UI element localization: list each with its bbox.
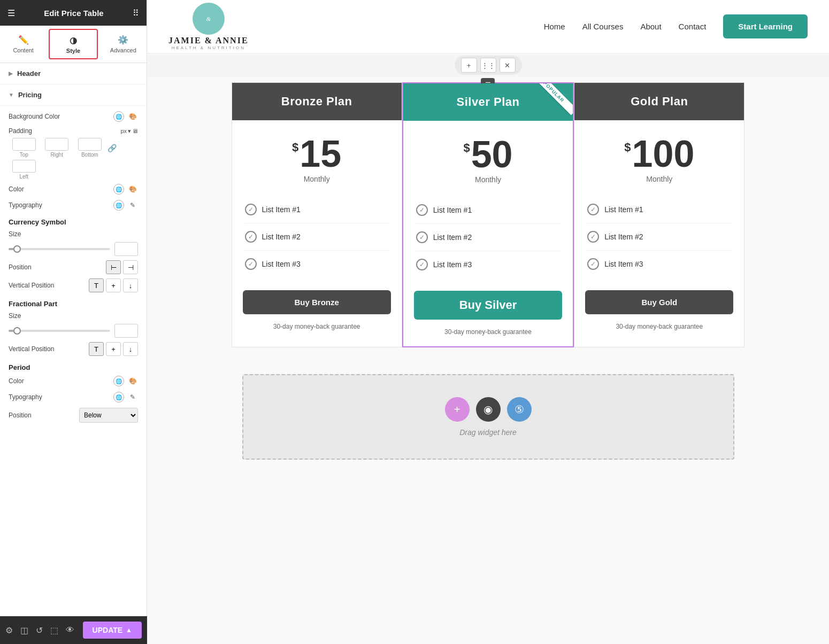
fractional-size-input[interactable] [114, 324, 138, 338]
typography-row: Typography 🌐 ✎ [9, 200, 138, 211]
padding-top-label: Top [20, 152, 28, 158]
padding-unit-toggle[interactable]: px ▾ 🖥 [120, 128, 138, 135]
vertical-top-btn[interactable]: T [89, 278, 104, 292]
left-panel: ☰ Edit Price Table ⠿ ✏️ Content ◑ Style … [0, 0, 147, 644]
drag-widget-icon[interactable]: ◉ [476, 397, 501, 422]
grid-icon[interactable]: ⠿ [133, 8, 139, 18]
currency-symbol-title: Currency Symbol [9, 218, 138, 226]
layers-icon[interactable]: ◫ [20, 625, 28, 635]
period-typography-pencil-icon[interactable]: ✎ [127, 392, 138, 402]
color-label: Color [9, 185, 24, 193]
header-arrow-icon: ▶ [9, 71, 13, 76]
panel-body: ▶ Header ▼ Pricing Background Color 🌐 🎨 … [0, 63, 147, 644]
bronze-buy-button[interactable]: Buy Bronze [243, 290, 391, 314]
period-typography-globe-icon[interactable]: 🌐 [113, 392, 124, 402]
padding-left-label: Left [19, 174, 28, 180]
background-color-label: Background Color [9, 113, 60, 120]
eye-icon[interactable]: 👁 [66, 625, 74, 635]
bronze-price: $ 15 [287, 120, 347, 175]
gold-guarantee: 30-day money-back guarantee [616, 323, 703, 341]
popular-badge: POPULAR [531, 83, 573, 115]
header-section-toggle[interactable]: ▶ Header [0, 63, 147, 84]
settings-icon[interactable]: ⚙ [5, 625, 13, 635]
typography-pencil-icon[interactable]: ✎ [127, 200, 138, 211]
drag-elementor-icon[interactable]: ⑤ [507, 397, 532, 422]
gold-buy-button[interactable]: Buy Gold [585, 290, 733, 314]
padding-bottom-wrap: Bottom [74, 138, 105, 158]
bronze-item-3: ✓ List Item #3 [245, 251, 389, 277]
period-color-row: Color 🌐 🎨 [9, 376, 138, 386]
currency-size-input[interactable] [114, 242, 138, 256]
bronze-check-2: ✓ [245, 231, 257, 243]
vertical-middle-btn[interactable]: + [106, 278, 121, 292]
padding-left-input[interactable] [12, 160, 36, 173]
nav-about[interactable]: About [640, 22, 661, 31]
bronze-card-header: Bronze Plan [232, 83, 402, 120]
main-content: & JAMIE & ANNIE HEALTH & NUTRITION Home … [147, 0, 829, 644]
logo-subtext: HEALTH & NUTRITION [172, 45, 245, 50]
tab-advanced[interactable]: ⚙️ Advanced [100, 26, 147, 63]
period-color-globe-icon[interactable]: 🌐 [113, 376, 124, 386]
nav-contact[interactable]: Contact [679, 22, 707, 31]
toolbar-close-btn[interactable]: ✕ [500, 58, 516, 73]
silver-buy-button[interactable]: Buy Silver [414, 291, 562, 320]
currency-size-slider[interactable] [9, 248, 110, 250]
padding-top-input[interactable] [12, 138, 36, 151]
background-color-brush-icon[interactable]: 🎨 [127, 111, 138, 122]
frac-vertical-top-btn[interactable]: T [89, 342, 104, 356]
gold-card: Gold Plan $ 100 Monthly ✓ List Item #1 ✓… [574, 82, 744, 347]
history-icon[interactable]: ↺ [36, 625, 43, 635]
pricing-area: Bronze Plan $ 15 Monthly ✓ List Item #1 … [147, 77, 829, 644]
fractional-part-title: Fractional Part [9, 300, 138, 308]
silver-period: Monthly [475, 175, 501, 192]
gold-card-title: Gold Plan [631, 95, 688, 108]
fractional-size-slider-row [9, 324, 138, 338]
silver-item-2: ✓ List Item #2 [416, 224, 560, 251]
nav-all-courses[interactable]: All Courses [582, 22, 624, 31]
vertical-bottom-btn[interactable]: ↓ [123, 278, 138, 292]
bronze-currency: $ [292, 141, 298, 154]
background-color-globe-icon[interactable]: 🌐 [113, 111, 124, 122]
padding-right-input[interactable] [45, 138, 68, 151]
nav-home[interactable]: Home [544, 22, 565, 31]
typography-globe-icon[interactable]: 🌐 [113, 200, 124, 211]
hamburger-icon[interactable]: ☰ [7, 8, 15, 18]
start-learning-button[interactable]: Start Learning [723, 14, 808, 38]
pricing-section-toggle[interactable]: ▼ Pricing [0, 84, 147, 106]
editor-widget-toolbar: + ⋮⋮ ✕ [147, 53, 829, 77]
period-color-controls: 🌐 🎨 [113, 376, 138, 386]
frac-vertical-middle-btn[interactable]: + [106, 342, 121, 356]
position-left-btn[interactable]: ⊢ [106, 260, 121, 274]
frac-vertical-bottom-btn[interactable]: ↓ [123, 342, 138, 356]
fractional-vertical-position-row: Vertical Position T + ↓ [9, 342, 138, 356]
fractional-size-slider[interactable] [9, 330, 110, 332]
currency-position-label: Position [9, 263, 32, 271]
tab-style[interactable]: ◑ Style [49, 29, 97, 59]
padding-link-icon[interactable]: 🔗 [108, 144, 139, 152]
tab-content[interactable]: ✏️ Content [0, 26, 47, 63]
typography-controls: 🌐 ✎ [113, 200, 138, 211]
toolbar-add-btn[interactable]: + [461, 58, 477, 73]
silver-card-title: Silver Plan [456, 95, 519, 108]
color-brush-icon[interactable]: 🎨 [127, 184, 138, 195]
update-button[interactable]: UPDATE ▲ [83, 622, 142, 639]
period-position-select[interactable]: Below Above Right [79, 408, 138, 423]
padding-right-wrap: Right [42, 138, 73, 158]
panel-title: Edit Price Table [44, 9, 103, 18]
fractional-vertical-btns: T + ↓ [89, 342, 138, 356]
template-icon[interactable]: ⬚ [50, 625, 58, 635]
position-right-btn[interactable]: ⊣ [123, 260, 138, 274]
update-chevron-icon: ▲ [126, 626, 132, 634]
padding-bottom-input[interactable] [78, 138, 102, 151]
padding-row: Padding px ▾ 🖥 [9, 127, 138, 135]
gold-check-1: ✓ [587, 204, 599, 215]
gold-period: Monthly [646, 175, 672, 192]
gold-item-3: ✓ List Item #3 [587, 251, 731, 277]
drag-add-icon[interactable]: + [445, 397, 470, 422]
color-globe-icon[interactable]: 🌐 [113, 184, 124, 195]
toolbar-move-btn[interactable]: ⋮⋮ [480, 58, 496, 73]
padding-device-icon[interactable]: 🖥 [132, 128, 138, 134]
period-color-brush-icon[interactable]: 🎨 [127, 376, 138, 386]
header-section-label: Header [17, 69, 41, 77]
bronze-item-1: ✓ List Item #1 [245, 196, 389, 223]
